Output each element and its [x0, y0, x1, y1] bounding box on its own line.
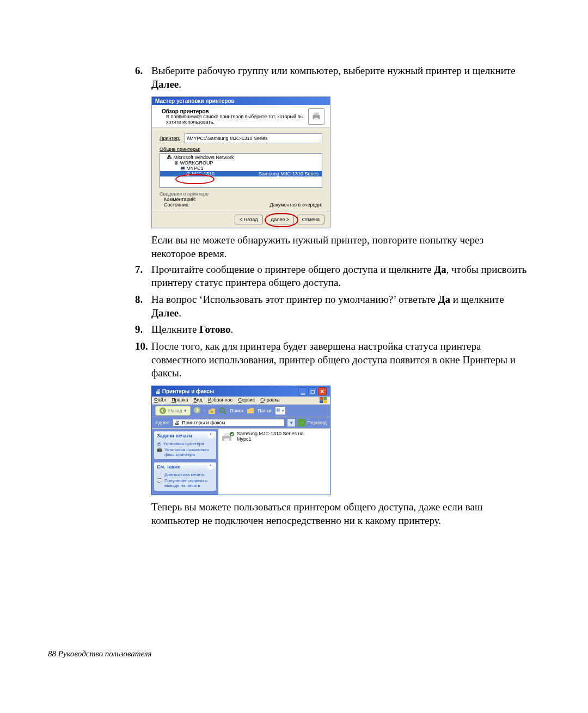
svg-rect-5 [320, 400, 323, 403]
add-printer-icon: 🖨 [157, 442, 161, 447]
help-icon: ❔ [157, 473, 162, 478]
menu-bar: Файл Правка Вид Избранное Сервис Справка [152, 397, 330, 405]
maximize-button[interactable]: ▢ [308, 387, 317, 395]
step-number: 7. [135, 263, 151, 290]
minimize-button[interactable]: ▁ [298, 387, 307, 395]
step-number: 6. [135, 64, 151, 91]
network-icon: 🖧 [167, 155, 172, 160]
shared-printers-label: Общие принтеры: [160, 147, 322, 152]
address-bar: Адрес: 🖨 Принтеры и факсы ▾ → Переход [152, 417, 330, 429]
address-input[interactable]: 🖨 Принтеры и факсы [173, 419, 285, 426]
printer-icon [308, 108, 324, 125]
cancel-button[interactable]: Отмена [297, 215, 324, 224]
address-label: Адрес: [155, 420, 170, 425]
back-arrow-icon [159, 407, 167, 415]
collapse-icon[interactable]: ˄ [207, 464, 213, 470]
page-footer: 88 Руководство пользователя [48, 649, 151, 659]
svg-rect-6 [323, 400, 327, 403]
nav-back-button[interactable]: Назад ▾ [155, 406, 191, 416]
wizard-button-bar: < Назад Далее > Отмена [152, 211, 330, 228]
menu-tools[interactable]: Сервис [238, 397, 255, 404]
toolbar: Назад ▾ · Поиск Папки [152, 405, 330, 417]
computer-icon: 💻 [180, 166, 185, 171]
address-dropdown-button[interactable]: ▾ [287, 418, 296, 427]
go-arrow-icon: → [298, 419, 305, 426]
step-9: 9. Щелкните Готово. [135, 323, 527, 337]
views-button[interactable]: ▾ [275, 406, 286, 415]
step-8: 8. На вопрос ‘Использовать этот принтер … [135, 293, 527, 320]
svg-rect-4 [323, 397, 327, 400]
printer-path-input[interactable] [185, 133, 322, 143]
menu-view[interactable]: Вид [194, 397, 203, 404]
fax-icon: 📠 [157, 448, 162, 453]
menu-file[interactable]: Файл [154, 397, 166, 404]
chevron-down-icon: ▾ [184, 408, 187, 413]
printer-label: Samsung MJC-1310 Series на Mypc1 [237, 431, 304, 442]
tasks-sidebar: Задачи печати ˄ 🖨 Установка принтера 📠 У… [152, 429, 218, 495]
step-10: 10. После того, как для принтера будет з… [135, 340, 527, 380]
troubleshoot-link[interactable]: ❔ Диагностика печати [157, 472, 213, 478]
add-printer-link[interactable]: 🖨 Установка принтера [157, 441, 213, 447]
svg-rect-3 [320, 397, 323, 400]
svg-rect-2 [314, 118, 318, 120]
svg-line-11 [224, 412, 226, 414]
shared-printer-item[interactable]: Samsung MJC-1310 Series на Mypc1 [220, 431, 328, 443]
close-button[interactable]: ✕ [318, 387, 327, 395]
svg-point-8 [194, 407, 200, 413]
printer-small-icon: 🖨 [185, 171, 191, 176]
shared-printer-icon [220, 431, 235, 443]
window-titlebar: 🖨 Принтеры и факсы ▁ ▢ ✕ [152, 386, 330, 397]
comment-label: Комментарий: [164, 197, 196, 202]
svg-rect-16 [278, 410, 279, 412]
menu-fav[interactable]: Избранное [208, 397, 233, 404]
menu-edit[interactable]: Правка [171, 397, 188, 404]
svg-rect-1 [314, 113, 318, 115]
workgroup-icon: 🖥 [173, 160, 179, 166]
step-number: 9. [135, 323, 151, 337]
add-fax-printer-link[interactable]: 📠 Установка локального факс-принтера [157, 447, 213, 458]
printer-info-section: Сведения о принтере Комментарий: Состоян… [160, 191, 322, 208]
printer-path-label: Принтер: [160, 136, 185, 141]
svg-rect-12 [247, 409, 254, 413]
next-button[interactable]: Далее > [266, 215, 294, 224]
docs-in-queue-label: Документов в очереди: [270, 202, 323, 208]
svg-rect-19 [224, 438, 229, 442]
printers-and-faxes-screenshot: 🖨 Принтеры и факсы ▁ ▢ ✕ Файл Правка Вид… [151, 386, 330, 495]
windows-flag-icon [319, 397, 328, 404]
step-7: 7. Прочитайте сообщение о принтере общег… [135, 263, 527, 290]
nav-forward-button[interactable] [194, 407, 200, 415]
svg-point-10 [220, 408, 224, 412]
collapse-icon[interactable]: ˄ [207, 432, 213, 438]
status-label: Состояние: [164, 202, 189, 208]
svg-rect-18 [224, 433, 230, 436]
chevron-down-icon: ▾ [282, 409, 284, 413]
printers-list-area: Samsung MJC-1310 Series на Mypc1 [218, 429, 330, 495]
step-number: 10. [135, 340, 151, 380]
see-also-panel: См. также ˄ ❔ Диагностика печати 💬 Получ… [154, 462, 216, 490]
step-6: 6. Выберите рабочую группу или компьютер… [135, 64, 527, 91]
help-bubble-icon: 💬 [157, 479, 162, 484]
back-button[interactable]: < Назад [235, 215, 263, 224]
up-folder-icon[interactable] [208, 407, 216, 415]
svg-rect-13 [277, 409, 278, 410]
printers-folder-icon: 🖨 [175, 420, 180, 425]
window-titlebar: Мастер установки принтеров [152, 97, 330, 105]
print-tasks-panel: Задачи печати ˄ 🖨 Установка принтера 📠 У… [154, 431, 216, 459]
menu-help[interactable]: Справка [260, 397, 279, 404]
selected-printer-row[interactable]: 🖨 MJC-1310 Samsung MJC-1310 Series [160, 171, 322, 176]
wizard-header: Обзор принтеров В появившемся списке при… [152, 105, 330, 128]
help-printing-link[interactable]: 💬 Получение справки о выводе на печать [157, 478, 213, 489]
add-printer-wizard-screenshot: Мастер установки принтеров Обзор принтер… [151, 96, 330, 228]
go-button[interactable]: → Переход [298, 419, 327, 426]
wizard-header-subtitle: В появившемся списке принтеров выберите … [162, 114, 305, 125]
paragraph: Если вы не можете обнаружить нужный прин… [151, 234, 527, 260]
folders-icon[interactable] [247, 407, 254, 415]
paragraph: Теперь вы можете пользоваться принтером … [151, 501, 527, 527]
svg-rect-14 [278, 409, 279, 410]
search-icon[interactable] [219, 407, 226, 415]
step-number: 8. [135, 293, 151, 320]
svg-rect-15 [277, 410, 278, 412]
svg-point-7 [160, 407, 166, 414]
shared-printers-tree[interactable]: 🖧 Microsoft Windows Network 🖥 WORKGROUP … [160, 153, 322, 188]
